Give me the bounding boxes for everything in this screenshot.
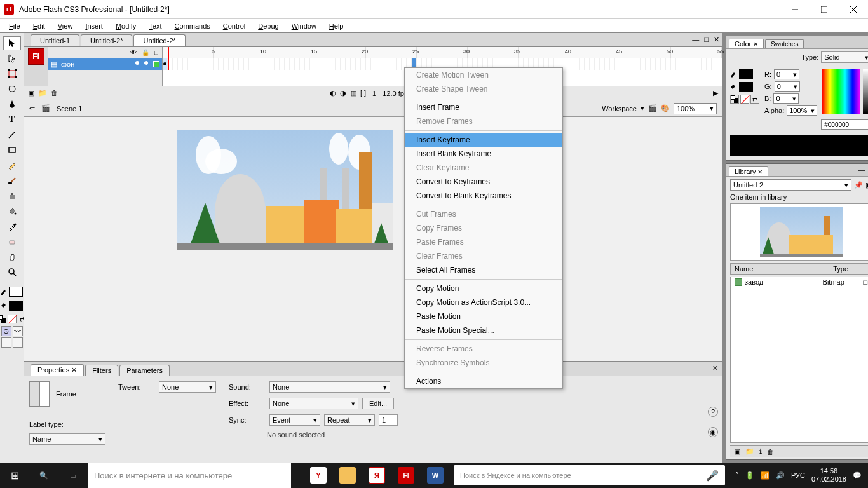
no-color-button[interactable] — [8, 315, 17, 323]
library-tab[interactable]: Library ✕ — [729, 166, 768, 176]
cm-insert-keyframe[interactable]: Insert Keyframe — [405, 133, 562, 147]
eyedropper-tool[interactable] — [3, 219, 21, 233]
selection-tool[interactable] — [3, 36, 21, 50]
menu-window[interactable]: Window — [285, 21, 323, 31]
pencil-tool[interactable] — [3, 158, 21, 172]
stage-area[interactable] — [24, 117, 722, 361]
default-colors-icon[interactable] — [730, 95, 739, 104]
document-tab[interactable]: Untitled-1 — [31, 34, 79, 46]
zoom-tool[interactable] — [3, 265, 21, 279]
stroke-swatch[interactable] — [739, 69, 753, 79]
line-tool[interactable] — [3, 128, 21, 142]
color-tab[interactable]: Color ✕ — [729, 39, 764, 48]
onion-outline-icon[interactable]: ◑ — [340, 89, 346, 97]
edit-multi-icon[interactable]: ▥ — [350, 89, 356, 97]
new-layer-icon[interactable]: ▣ — [28, 89, 34, 97]
edit-effect-button[interactable]: Edit... — [362, 398, 394, 409]
menu-commands[interactable]: Commands — [168, 21, 217, 31]
maximize-button[interactable] — [810, 0, 839, 19]
yandex-search-input[interactable]: Поиск в Яндексе и на компьютере 🎤 — [454, 465, 725, 485]
scroll-right-icon[interactable]: ▶ — [713, 89, 718, 97]
default-colors-button[interactable] — [0, 315, 6, 323]
onion-markers-icon[interactable]: [·] — [360, 89, 366, 97]
minimize-button[interactable] — [780, 0, 810, 19]
pen-tool[interactable] — [3, 97, 21, 111]
workspace-label[interactable]: Workspace — [602, 105, 637, 112]
tray-clock[interactable]: 14:56 07.02.2018 — [811, 467, 846, 484]
menu-insert[interactable]: Insert — [79, 21, 109, 31]
menu-file[interactable]: File — [3, 21, 27, 31]
tween-select[interactable]: None▾ — [159, 381, 216, 393]
new-folder-icon[interactable]: 📁 — [38, 89, 47, 97]
type-select[interactable]: Solid▾ — [821, 51, 868, 63]
lightness-slider[interactable] — [863, 69, 868, 114]
properties-icon[interactable]: ℹ — [759, 447, 762, 456]
cm-paste-motion[interactable]: Paste Motion — [405, 309, 562, 323]
b-input[interactable]: 0▾ — [773, 93, 799, 104]
menu-help[interactable]: Help — [323, 21, 350, 31]
props-tab-properties[interactable]: Properties ✕ — [31, 364, 84, 376]
r-input[interactable]: 0▾ — [774, 69, 799, 79]
swap-icon[interactable]: ⇄ — [750, 95, 759, 104]
panel-min-icon[interactable]: — — [702, 364, 709, 372]
lib-col-type[interactable]: Type — [829, 264, 868, 274]
cm-insert-blank-keyframe[interactable]: Insert Blank Keyframe — [405, 147, 562, 161]
labeltype-select[interactable]: Name▾ — [29, 433, 105, 445]
onion-skin-icon[interactable]: ◐ — [330, 89, 336, 97]
sync-select[interactable]: Event▾ — [269, 414, 320, 426]
rectangle-tool[interactable] — [3, 143, 21, 157]
cm-convert-to-keyframes[interactable]: Convert to Keyframes — [405, 175, 562, 189]
opt-4[interactable] — [13, 337, 23, 348]
g-input[interactable]: 0▾ — [775, 81, 800, 92]
fill-swatch[interactable] — [739, 82, 753, 92]
close-button[interactable] — [839, 0, 868, 19]
battery-icon[interactable]: 🔋 — [745, 471, 754, 480]
cm-actions[interactable]: Actions — [405, 374, 562, 388]
zoom-field[interactable]: 100%▾ — [674, 103, 717, 114]
repeat-count-input[interactable]: 1 — [379, 414, 398, 426]
free-transform-tool[interactable] — [3, 67, 21, 81]
opt-3[interactable] — [1, 337, 11, 348]
paint-bucket-tool[interactable] — [3, 204, 21, 218]
search-icon[interactable]: 🔍 — [29, 463, 58, 488]
delete-layer-icon[interactable]: 🗑 — [51, 89, 58, 97]
eye-icon[interactable]: 👁 — [130, 49, 137, 56]
help-icon[interactable]: ? — [708, 407, 718, 417]
text-tool[interactable]: T — [3, 112, 21, 126]
taskbar-app-yandex2[interactable]: Я — [362, 463, 391, 488]
wifi-icon[interactable]: 📶 — [761, 471, 770, 480]
doc-min-icon[interactable]: — — [692, 36, 699, 44]
color-picker[interactable] — [822, 69, 860, 114]
edit-scene-icon[interactable]: 🎬 — [648, 104, 657, 112]
menu-text[interactable]: Text — [142, 21, 168, 31]
panel-min-icon[interactable]: — — [858, 166, 865, 174]
subselection-tool[interactable] — [3, 51, 21, 65]
cm-convert-to-blank-keyframes[interactable]: Convert to Blank Keyframes — [405, 189, 562, 203]
new-symbol-icon[interactable]: ▣ — [734, 447, 740, 456]
smooth-option[interactable]: 〰 — [13, 326, 23, 336]
playhead[interactable] — [168, 47, 169, 70]
menu-modify[interactable]: Modify — [109, 21, 142, 31]
back-icon[interactable]: ⇐ — [29, 104, 35, 112]
new-folder-icon[interactable]: 📁 — [745, 447, 754, 456]
no-color-icon[interactable] — [740, 95, 749, 104]
menu-control[interactable]: Control — [217, 21, 252, 31]
panel-min-icon[interactable]: — — [858, 38, 865, 46]
stroke-color[interactable] — [9, 287, 23, 297]
taskbar-app-flash[interactable]: Fl — [391, 463, 421, 488]
notifications-icon[interactable]: 💬 — [853, 471, 862, 480]
taskbar-app-yandex[interactable]: Y — [304, 463, 333, 488]
edit-symbol-icon[interactable]: 🎨 — [661, 104, 670, 112]
language-indicator[interactable]: РУС — [791, 471, 805, 479]
props-tab-parameters[interactable]: Parameters — [119, 365, 170, 376]
sound-select[interactable]: None▾ — [269, 381, 390, 393]
repeat-select[interactable]: Repeat▾ — [324, 414, 375, 426]
doc-close-icon[interactable]: ✕ — [714, 36, 719, 44]
lock-icon[interactable]: 🔒 — [142, 49, 149, 56]
cm-copy-motion[interactable]: Copy Motion — [405, 281, 562, 295]
mic-icon[interactable]: 🎤 — [706, 470, 719, 482]
start-button[interactable]: ⊞ — [0, 463, 29, 488]
swatches-tab[interactable]: Swatches — [765, 39, 804, 48]
menu-edit[interactable]: Edit — [27, 21, 51, 31]
fill-color[interactable] — [9, 301, 23, 311]
